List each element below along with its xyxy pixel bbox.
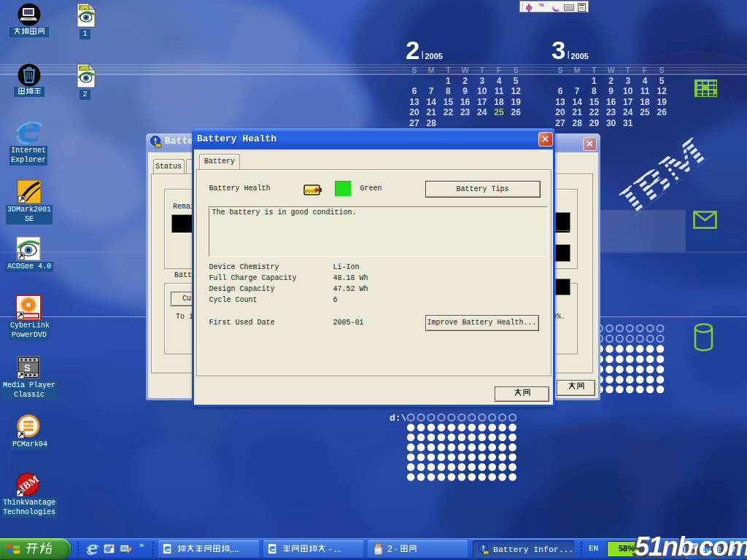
svg-text:JPG: JPG <box>80 6 89 11</box>
svg-text:2005: 2005 <box>571 52 589 61</box>
svg-text:d:\: d:\ <box>390 413 407 424</box>
svg-text:W: W <box>608 66 615 74</box>
svg-text:15: 15 <box>444 97 454 107</box>
svg-text:24: 24 <box>477 107 487 117</box>
svg-text:F: F <box>497 66 502 74</box>
svg-text:S: S <box>24 362 31 373</box>
svg-text:10: 10 <box>477 86 487 96</box>
svg-text:21: 21 <box>573 107 583 117</box>
svg-text:16: 16 <box>460 97 471 107</box>
svg-text:S: S <box>514 66 519 74</box>
svg-text:28: 28 <box>427 118 437 128</box>
svg-text:T: T <box>446 66 451 74</box>
svg-text:31: 31 <box>623 118 633 128</box>
svg-text:29: 29 <box>589 118 600 128</box>
svg-text:26: 26 <box>511 107 522 117</box>
svg-text:17: 17 <box>623 97 633 107</box>
svg-text:1: 1 <box>592 76 597 86</box>
svg-text:26: 26 <box>657 107 667 117</box>
svg-text:19: 19 <box>511 97 522 107</box>
svg-text:7: 7 <box>429 86 434 96</box>
svg-text:22: 22 <box>444 107 454 117</box>
svg-text:15: 15 <box>589 97 600 107</box>
svg-text:T: T <box>626 66 631 74</box>
svg-text:JPG: JPG <box>80 66 89 71</box>
svg-text:11: 11 <box>495 86 504 96</box>
svg-text:14: 14 <box>573 97 583 107</box>
svg-text:2: 2 <box>406 36 419 64</box>
svg-text:6: 6 <box>558 86 563 96</box>
svg-text:2: 2 <box>608 76 614 86</box>
svg-text:S: S <box>411 66 417 74</box>
svg-text:28: 28 <box>573 118 583 128</box>
svg-text:8: 8 <box>592 86 597 96</box>
svg-text:13: 13 <box>555 97 565 107</box>
svg-text:20: 20 <box>409 107 419 117</box>
svg-text:21: 21 <box>427 107 437 117</box>
svg-text:18: 18 <box>640 97 650 107</box>
svg-text:T: T <box>592 66 597 74</box>
svg-text:5: 5 <box>659 76 665 86</box>
svg-text:16: 16 <box>606 97 616 107</box>
svg-text:5: 5 <box>514 76 519 86</box>
svg-text:13: 13 <box>409 97 419 107</box>
svg-text:24: 24 <box>623 107 633 117</box>
svg-text:9: 9 <box>608 86 614 96</box>
svg-text:27: 27 <box>555 118 565 128</box>
svg-text:12: 12 <box>657 86 667 96</box>
svg-text:T: T <box>480 66 485 74</box>
svg-text:9: 9 <box>462 86 468 96</box>
svg-text:3: 3 <box>625 76 630 86</box>
svg-text:7: 7 <box>575 86 580 96</box>
svg-text:14: 14 <box>427 97 437 107</box>
svg-text:S: S <box>659 66 665 74</box>
svg-text:M: M <box>428 66 435 74</box>
svg-text:2: 2 <box>462 76 468 86</box>
svg-text:2005: 2005 <box>425 52 443 61</box>
svg-text:22: 22 <box>589 107 600 117</box>
svg-text:12: 12 <box>511 86 522 96</box>
svg-text:3: 3 <box>551 36 565 64</box>
svg-text:27: 27 <box>409 118 419 128</box>
svg-text:S: S <box>557 66 562 74</box>
svg-text:1: 1 <box>446 76 451 86</box>
svg-text:23: 23 <box>460 107 471 117</box>
svg-text:4: 4 <box>643 76 648 86</box>
svg-text:23: 23 <box>606 107 616 117</box>
svg-text:M: M <box>574 66 581 74</box>
svg-text:6: 6 <box>412 86 417 96</box>
svg-text:8: 8 <box>446 86 451 96</box>
svg-text:20: 20 <box>555 107 565 117</box>
svg-text:3: 3 <box>479 76 484 86</box>
svg-text:19: 19 <box>657 97 667 107</box>
svg-text:18: 18 <box>494 97 504 107</box>
svg-text:17: 17 <box>477 97 487 107</box>
svg-text:10: 10 <box>623 86 633 96</box>
svg-text:F: F <box>643 66 648 74</box>
svg-text:25: 25 <box>640 107 650 117</box>
svg-text:25: 25 <box>494 107 504 117</box>
svg-text:11: 11 <box>640 86 650 96</box>
svg-text:4: 4 <box>497 76 502 86</box>
svg-text:30: 30 <box>606 118 616 128</box>
svg-text:W: W <box>462 66 469 74</box>
